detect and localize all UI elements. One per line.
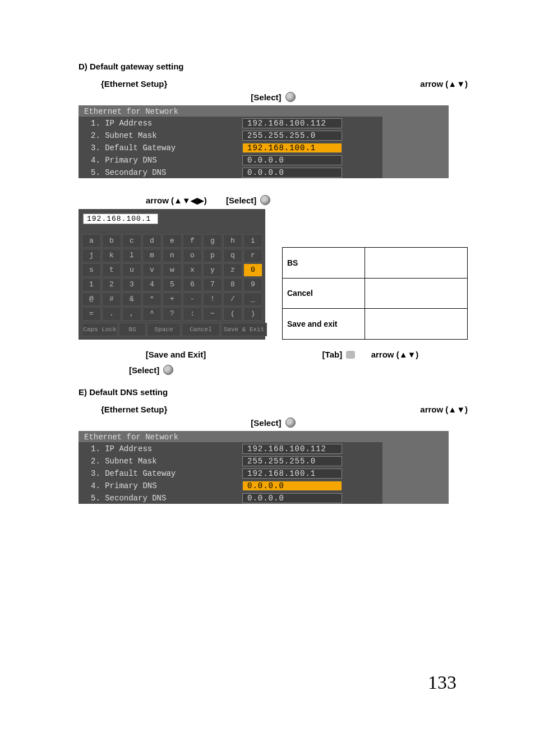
kbd-key[interactable]: 7	[203, 278, 222, 291]
eth-title: Ethernet for Network	[79, 105, 237, 117]
kbd-key[interactable]: 1	[82, 278, 101, 291]
kbd-key[interactable]: ~	[203, 307, 222, 321]
kbd-key[interactable]: =	[82, 307, 101, 321]
section-d-heading: D) Default gateway setting	[79, 62, 468, 71]
kbd-fn-key[interactable]: BS	[119, 323, 146, 336]
arrow-ud-label-2: arrow (▲▼)	[371, 350, 419, 359]
eth-row-value[interactable]: 192.168.100.1	[242, 469, 342, 479]
kbd-key[interactable]: /	[223, 293, 242, 306]
select-icon	[260, 195, 270, 205]
kbd-key[interactable]: d	[142, 234, 162, 248]
kbd-key[interactable]: t	[102, 263, 121, 277]
kbd-key[interactable]: ?	[163, 307, 182, 321]
kbd-key[interactable]: r	[243, 249, 262, 262]
kbd-key[interactable]: f	[183, 234, 202, 248]
ethernet-setup-label-2: {Ethernet Setup}	[101, 405, 167, 414]
kbd-fn-key[interactable]: Caps Lock	[82, 323, 118, 336]
kbd-key[interactable]: l	[122, 249, 141, 262]
select-icon	[285, 418, 296, 428]
kbd-key[interactable]: -	[183, 293, 202, 306]
kbd-key[interactable]: e	[163, 234, 182, 248]
func-row-label: Save and exit	[283, 309, 365, 340]
kbd-key[interactable]: 3	[122, 278, 141, 291]
func-row-label: BS	[283, 248, 365, 279]
kbd-fn-key[interactable]: Cancel	[182, 323, 220, 336]
kbd-key[interactable]: i	[243, 234, 262, 248]
eth-row-value[interactable]: 0.0.0.0	[242, 168, 342, 178]
section-e-heading: E) Default DNS setting	[79, 387, 468, 397]
kbd-key[interactable]: +	[163, 293, 182, 306]
eth-row-label: 3. Default Gateway	[79, 467, 237, 479]
kbd-key[interactable]: u	[122, 263, 141, 277]
kbd-key[interactable]: h	[223, 234, 242, 248]
kbd-key[interactable]: ,	[122, 307, 141, 321]
kbd-key[interactable]: .	[102, 307, 121, 321]
kbd-key[interactable]: :	[183, 307, 202, 321]
kbd-key[interactable]: p	[203, 249, 222, 262]
kbd-key[interactable]: #	[102, 293, 121, 306]
kbd-key[interactable]: (	[223, 307, 242, 321]
kbd-key[interactable]: @	[82, 293, 101, 306]
eth-row-label: 5. Secondary DNS	[79, 491, 237, 504]
kbd-key[interactable]: o	[183, 249, 202, 262]
kbd-fn-key[interactable]: Space	[147, 323, 181, 336]
kbd-key[interactable]: n	[163, 249, 182, 262]
kbd-key[interactable]: k	[102, 249, 121, 262]
kbd-key[interactable]: _	[243, 293, 262, 306]
eth-row-label: 1. IP Address	[79, 442, 237, 454]
kbd-key[interactable]: q	[223, 249, 242, 262]
func-row-desc	[365, 278, 468, 309]
kbd-key[interactable]: g	[203, 234, 222, 248]
select-label: [Select]	[251, 92, 281, 102]
eth-row-value[interactable]: 192.168.100.1	[242, 143, 342, 153]
kbd-key[interactable]: 0	[243, 263, 262, 277]
kbd-key[interactable]: j	[82, 249, 101, 262]
eth-row-value[interactable]: 0.0.0.0	[242, 155, 342, 165]
kbd-input-field[interactable]: 192.168.100.1	[83, 214, 158, 224]
kbd-key[interactable]: a	[82, 234, 101, 248]
kbd-key[interactable]: &	[122, 293, 141, 306]
kbd-key[interactable]: s	[82, 263, 101, 277]
eth-row-value[interactable]: 192.168.100.112	[242, 444, 342, 454]
kbd-key[interactable]: m	[142, 249, 162, 262]
kbd-key[interactable]: c	[122, 234, 141, 248]
kbd-key[interactable]: 8	[223, 278, 242, 291]
eth-title: Ethernet for Network	[79, 431, 237, 442]
kbd-key[interactable]: y	[203, 263, 222, 277]
eth-row-value[interactable]: 255.255.255.0	[242, 456, 342, 466]
kbd-key[interactable]: 9	[243, 278, 262, 291]
eth-row-value[interactable]: 192.168.100.112	[242, 118, 342, 128]
ethernet-setup-label: {Ethernet Setup}	[101, 79, 167, 89]
select-icon	[163, 365, 173, 375]
eth-row-value[interactable]: 0.0.0.0	[242, 493, 342, 503]
eth-row-label: 2. Subnet Mask	[79, 454, 237, 467]
eth-row-value[interactable]: 0.0.0.0	[242, 481, 342, 491]
kbd-key[interactable]: 2	[102, 278, 121, 291]
kbd-key[interactable]: z	[223, 263, 242, 277]
kbd-key[interactable]: ^	[142, 307, 162, 321]
eth-row-label: 3. Default Gateway	[79, 141, 237, 154]
arrow-ud-label-3: arrow (▲▼)	[420, 405, 468, 414]
eth-row-label: 4. Primary DNS	[79, 479, 237, 491]
kbd-key[interactable]: !	[203, 293, 222, 306]
tab-icon	[346, 351, 355, 359]
kbd-key[interactable]: )	[243, 307, 262, 321]
select-label-2: [Select]	[226, 196, 256, 205]
eth-row-value[interactable]: 255.255.255.0	[242, 131, 342, 141]
eth-row-label: 2. Subnet Mask	[79, 129, 237, 141]
kbd-key[interactable]: *	[142, 293, 162, 306]
func-row-label: Cancel	[283, 278, 365, 309]
kbd-fn-key[interactable]: Save & Exit	[221, 323, 267, 336]
kbd-key[interactable]: 6	[183, 278, 202, 291]
save-exit-label: [Save and Exit]	[146, 350, 206, 359]
kbd-key[interactable]: x	[183, 263, 202, 277]
kbd-key[interactable]: v	[142, 263, 162, 277]
eth-row-label: 5. Secondary DNS	[79, 166, 237, 178]
function-key-table: BSCancelSave and exit	[282, 247, 468, 340]
kbd-key[interactable]: b	[102, 234, 121, 248]
kbd-key[interactable]: w	[163, 263, 182, 277]
func-row-desc	[365, 248, 468, 279]
kbd-key[interactable]: 5	[163, 278, 182, 291]
select-label-3: [Select]	[129, 365, 159, 375]
kbd-key[interactable]: 4	[142, 278, 162, 291]
